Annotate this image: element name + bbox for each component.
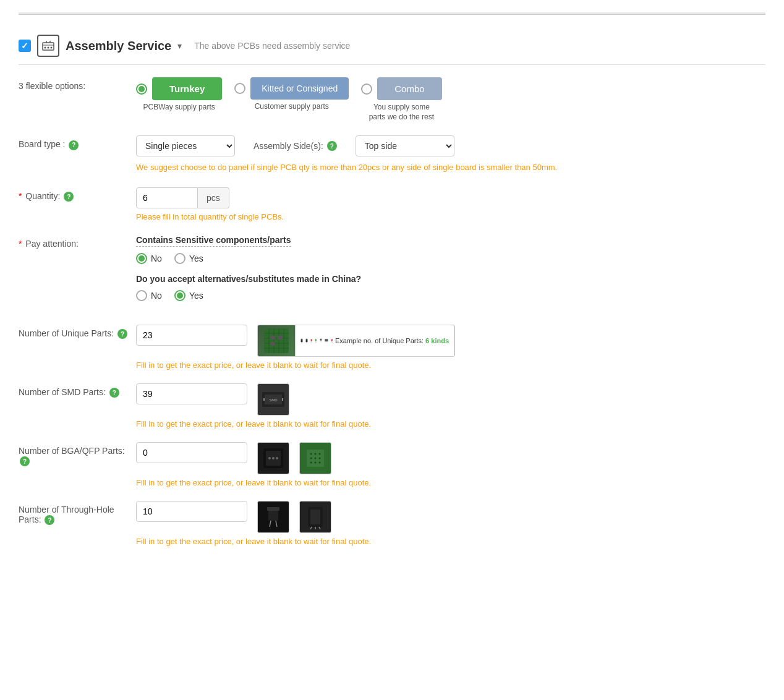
through-hole-hint: Fill in to get the exact price, or leave… — [136, 537, 765, 546]
svg-point-33 — [320, 338, 322, 340]
section-subtitle: The above PCBs need assembly service — [194, 41, 350, 51]
alternatives-no-radio[interactable] — [136, 290, 147, 301]
bga-parts-help[interactable]: ? — [20, 456, 30, 466]
svg-rect-51 — [282, 398, 283, 401]
svg-line-76 — [319, 527, 320, 529]
combo-radio[interactable] — [361, 83, 372, 95]
bga-parts-input[interactable] — [136, 442, 247, 463]
svg-point-3 — [48, 47, 49, 49]
svg-point-2 — [45, 47, 46, 49]
page-wrapper: ✓ Assembly Service ▾ The above PCBs need… — [0, 0, 784, 572]
kitted-radio[interactable] — [234, 83, 245, 94]
svg-rect-26 — [311, 341, 312, 342]
board-type-help[interactable]: ? — [69, 140, 79, 150]
smd-parts-input[interactable] — [136, 383, 247, 404]
svg-rect-71 — [267, 507, 279, 511]
turnkey-button[interactable]: Turnkey — [152, 77, 222, 100]
alternatives-yes-option[interactable]: Yes — [174, 290, 203, 301]
quantity-row: * Quantity: ? pcs Please fill in total q… — [19, 187, 765, 221]
bga-parts-row: Number of BGA/QFP Parts: ? — [19, 442, 765, 487]
option-turnkey: Turnkey PCBWay supply parts — [136, 77, 222, 113]
option-combo: Combo You supply some parts we do the re… — [361, 77, 441, 122]
alternatives-question: Do you accept alternatives/substitutes m… — [136, 274, 765, 284]
quantity-content: pcs Please fill in total quantity of sin… — [136, 187, 765, 221]
alternatives-no-option[interactable]: No — [136, 290, 162, 301]
svg-point-59 — [310, 453, 312, 455]
unique-parts-input-row: Example no. of Unique Parts: 6 kinds — [136, 325, 765, 357]
kitted-button[interactable]: Kitted or Consigned — [250, 77, 349, 100]
bga-example-image-1 — [257, 442, 289, 474]
bga-parts-hint: Fill in to get the exact price, or leave… — [136, 478, 765, 487]
svg-line-74 — [310, 527, 312, 529]
unique-parts-row: Number of Unique Parts: ? — [19, 325, 765, 370]
svg-rect-50 — [263, 398, 265, 401]
svg-text:SMD: SMD — [269, 398, 278, 402]
through-hole-help[interactable]: ? — [45, 515, 54, 525]
sensitive-options-row: No Yes — [136, 253, 765, 264]
svg-rect-36 — [325, 339, 328, 341]
through-hole-example-1 — [257, 501, 289, 533]
options-row: 3 flexible options: Turnkey PCBWay suppl… — [19, 77, 765, 122]
option-kitted: Kitted or Consigned Customer supply part… — [234, 77, 349, 112]
svg-rect-16 — [270, 336, 275, 339]
board-type-select[interactable]: Single piecesPanel by PCBWayPanel by cus… — [136, 135, 235, 156]
board-type-label: Board type : ? — [19, 135, 136, 150]
kitted-radio-row: Kitted or Consigned — [234, 77, 349, 100]
sensitive-label: Contains Sensitive components/parts — [136, 235, 291, 247]
options-content: Turnkey PCBWay supply parts Kitted or Co… — [136, 77, 765, 122]
quantity-help[interactable]: ? — [64, 192, 74, 202]
unique-parts-example: Example no. of Unique Parts: 6 kinds — [257, 325, 455, 357]
quantity-input[interactable] — [136, 187, 198, 208]
svg-point-4 — [51, 47, 53, 49]
assembly-sides-select[interactable]: Top sideBottom sideBoth sides — [356, 135, 454, 156]
through-hole-label: Number of Through-Hole Parts: ? — [19, 501, 136, 526]
sensitive-no-label: No — [151, 254, 162, 263]
sensitive-no-option[interactable]: No — [136, 253, 162, 264]
bga-input-row — [136, 442, 765, 474]
bga-parts-label: Number of BGA/QFP Parts: ? — [19, 442, 136, 467]
section-title: Assembly Service — [66, 39, 171, 53]
svg-rect-30 — [316, 341, 317, 342]
svg-point-62 — [310, 457, 312, 459]
through-hole-input[interactable] — [136, 501, 247, 522]
quantity-unit: pcs — [198, 187, 229, 208]
section-header: ✓ Assembly Service ▾ The above PCBs need… — [19, 27, 765, 65]
sensitive-yes-option[interactable]: Yes — [174, 253, 203, 264]
svg-point-56 — [276, 457, 278, 459]
svg-rect-18 — [270, 342, 275, 346]
top-bar — [19, 12, 765, 15]
smd-parts-help[interactable]: ? — [109, 388, 119, 398]
assembly-checkbox[interactable]: ✓ — [19, 40, 31, 52]
sensitive-no-radio[interactable] — [136, 253, 147, 264]
svg-rect-7 — [264, 328, 289, 353]
svg-point-43 — [331, 339, 333, 341]
svg-rect-73 — [310, 510, 320, 524]
unique-parts-input[interactable] — [136, 325, 247, 346]
svg-point-65 — [310, 461, 312, 463]
pay-attention-label: * Pay attention: — [19, 235, 136, 249]
quantity-label: * Quantity: ? — [19, 187, 136, 202]
quantity-input-group: pcs — [136, 187, 765, 208]
svg-line-70 — [276, 521, 277, 527]
board-type-controls: Single piecesPanel by PCBWayPanel by cus… — [136, 135, 765, 156]
turnkey-radio-row: Turnkey — [136, 77, 222, 100]
alternatives-yes-label: Yes — [189, 291, 203, 301]
svg-point-63 — [315, 457, 317, 459]
bga-parts-content: Fill in to get the exact price, or leave… — [136, 442, 765, 487]
pay-attention-row: * Pay attention: Contains Sensitive comp… — [19, 235, 765, 311]
options-label: 3 flexible options: — [19, 77, 136, 91]
combo-button[interactable]: Combo — [377, 77, 441, 100]
through-hole-input-row — [136, 501, 765, 533]
unique-parts-hint: Fill in to get the exact price, or leave… — [136, 361, 765, 370]
assembly-sides-help[interactable]: ? — [327, 141, 337, 151]
alternatives-yes-radio[interactable] — [174, 290, 185, 301]
turnkey-radio[interactable] — [136, 83, 147, 95]
smd-parts-label: Number of SMD Parts: ? — [19, 383, 136, 398]
sensitive-yes-radio[interactable] — [174, 253, 185, 264]
svg-point-66 — [315, 461, 317, 463]
unique-parts-help[interactable]: ? — [117, 329, 127, 339]
section-dropdown[interactable]: ▾ — [177, 41, 182, 51]
combo-sub: You supply some parts we do the rest — [364, 103, 438, 122]
svg-point-55 — [272, 457, 275, 459]
assembly-sides-label: Assembly Side(s): ? — [254, 141, 337, 151]
